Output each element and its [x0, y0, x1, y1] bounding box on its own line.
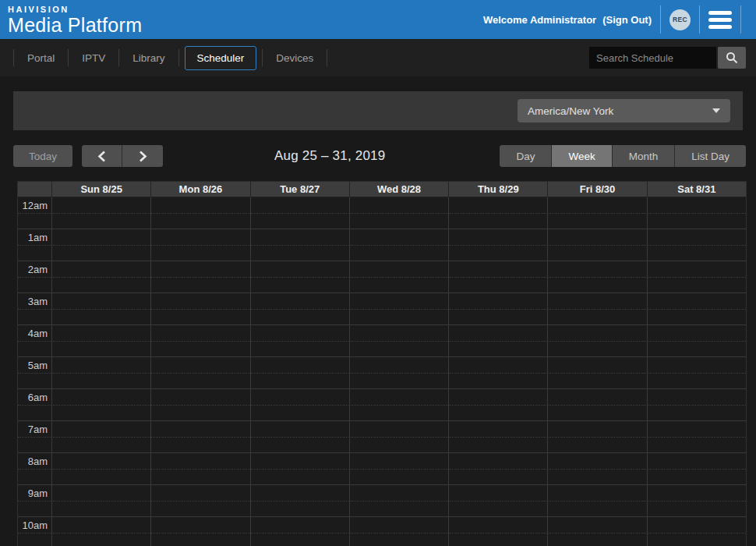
calendar-slot[interactable]	[151, 357, 250, 388]
calendar-slot[interactable]	[648, 197, 746, 229]
view-button-week[interactable]: Week	[552, 145, 612, 167]
calendar-slot[interactable]	[548, 197, 647, 229]
calendar-slot[interactable]	[648, 389, 746, 420]
calendar-slot[interactable]	[449, 421, 548, 452]
hour-row-7am: 7am	[18, 421, 746, 453]
calendar-slot[interactable]	[449, 229, 548, 261]
calendar-slot[interactable]	[648, 517, 746, 546]
calendar-slot[interactable]	[52, 197, 151, 229]
calendar-slot[interactable]	[52, 293, 151, 324]
calendar-slot[interactable]	[52, 517, 151, 546]
calendar-slot[interactable]	[350, 357, 449, 388]
calendar-slot[interactable]	[548, 517, 647, 546]
calendar-slot[interactable]	[251, 197, 350, 229]
calendar-slot[interactable]	[350, 325, 449, 356]
calendar-slot[interactable]	[449, 389, 548, 420]
calendar-slot[interactable]	[52, 421, 151, 452]
calendar-slot[interactable]	[548, 485, 647, 516]
calendar-slot[interactable]	[449, 261, 548, 292]
sign-out-link[interactable]: (Sign Out)	[602, 14, 652, 26]
calendar-slot[interactable]	[251, 389, 350, 420]
calendar-slot[interactable]	[52, 453, 151, 484]
calendar-slot[interactable]	[251, 261, 350, 292]
calendar-slot[interactable]	[350, 197, 449, 229]
calendar-slot[interactable]	[548, 293, 647, 324]
calendar-slot[interactable]	[251, 293, 350, 324]
view-button-list-day[interactable]: List Day	[675, 145, 746, 167]
view-button-month[interactable]: Month	[613, 145, 676, 167]
calendar-slot[interactable]	[52, 325, 151, 356]
calendar-slot[interactable]	[350, 389, 449, 420]
calendar-slot[interactable]	[350, 421, 449, 452]
next-week-button[interactable]	[122, 145, 163, 167]
timezone-dropdown[interactable]: America/New York	[518, 99, 730, 122]
calendar-slot[interactable]	[350, 453, 449, 484]
calendar-slot[interactable]	[251, 325, 350, 356]
calendar-slot[interactable]	[350, 485, 449, 516]
calendar-slot[interactable]	[548, 357, 647, 388]
calendar-slot[interactable]	[548, 389, 647, 420]
prev-week-button[interactable]	[82, 145, 122, 167]
calendar-slot[interactable]	[151, 485, 250, 516]
calendar-slot[interactable]	[251, 517, 350, 546]
calendar-slot[interactable]	[350, 517, 449, 546]
nav-tab-library[interactable]: Library	[119, 47, 178, 69]
calendar-slot[interactable]	[52, 261, 151, 292]
calendar-slot[interactable]	[449, 485, 548, 516]
calendar-slot[interactable]	[151, 325, 250, 356]
calendar-slot[interactable]	[52, 389, 151, 420]
calendar-slot[interactable]	[648, 421, 746, 452]
today-button[interactable]: Today	[13, 145, 72, 167]
nav-tab-scheduler[interactable]: Scheduler	[185, 46, 257, 70]
calendar-slot[interactable]	[648, 293, 746, 324]
calendar-slot[interactable]	[449, 517, 548, 546]
calendar-slot[interactable]	[449, 357, 548, 388]
calendar-slot[interactable]	[151, 453, 250, 484]
calendar-slot[interactable]	[648, 453, 746, 484]
calendar-slot[interactable]	[548, 453, 647, 484]
timezone-value: America/New York	[528, 105, 613, 117]
calendar-slot[interactable]	[548, 261, 647, 292]
search-input[interactable]	[589, 47, 716, 69]
calendar-slot[interactable]	[151, 293, 250, 324]
calendar-slot[interactable]	[151, 389, 250, 420]
nav-tab-devices[interactable]: Devices	[263, 47, 327, 69]
calendar-slot[interactable]	[52, 229, 151, 261]
calendar-slot[interactable]	[151, 421, 250, 452]
calendar-slot[interactable]	[449, 197, 548, 229]
calendar-slot[interactable]	[52, 485, 151, 516]
calendar-slot[interactable]	[350, 229, 449, 261]
search-button[interactable]	[718, 47, 746, 69]
calendar-slot[interactable]	[648, 229, 746, 261]
calendar-slot[interactable]	[251, 485, 350, 516]
hour-row-6am: 6am	[18, 389, 746, 421]
calendar-slot[interactable]	[251, 357, 350, 388]
day-header-tue: Tue 8/27	[251, 182, 350, 197]
calendar-slot[interactable]	[648, 325, 746, 356]
menu-icon[interactable]	[708, 11, 732, 29]
calendar-slot[interactable]	[251, 453, 350, 484]
calendar-slot[interactable]	[350, 293, 449, 324]
calendar-slot[interactable]	[449, 325, 548, 356]
calendar-slot[interactable]	[648, 485, 746, 516]
calendar-slot[interactable]	[548, 325, 647, 356]
calendar-slot[interactable]	[648, 357, 746, 388]
nav-tab-iptv[interactable]: IPTV	[69, 47, 118, 69]
calendar-slot[interactable]	[548, 421, 647, 452]
calendar-slot[interactable]	[151, 261, 250, 292]
calendar-slot[interactable]	[151, 197, 250, 229]
nav-tab-portal[interactable]: Portal	[14, 47, 68, 69]
calendar-slot[interactable]	[251, 229, 350, 261]
calendar-slot[interactable]	[350, 261, 449, 292]
calendar-slot[interactable]	[548, 229, 647, 261]
calendar-slot[interactable]	[151, 229, 250, 261]
calendar-slot[interactable]	[251, 421, 350, 452]
calendar-slot[interactable]	[648, 261, 746, 292]
rec-badge[interactable]: REC	[669, 9, 691, 30]
calendar-slot[interactable]	[449, 293, 548, 324]
calendar-slot[interactable]	[449, 453, 548, 484]
calendar-slot[interactable]	[151, 517, 250, 546]
view-button-day[interactable]: Day	[500, 145, 552, 167]
calendar-slot[interactable]	[52, 357, 151, 388]
hour-row-2am: 2am	[18, 261, 746, 293]
